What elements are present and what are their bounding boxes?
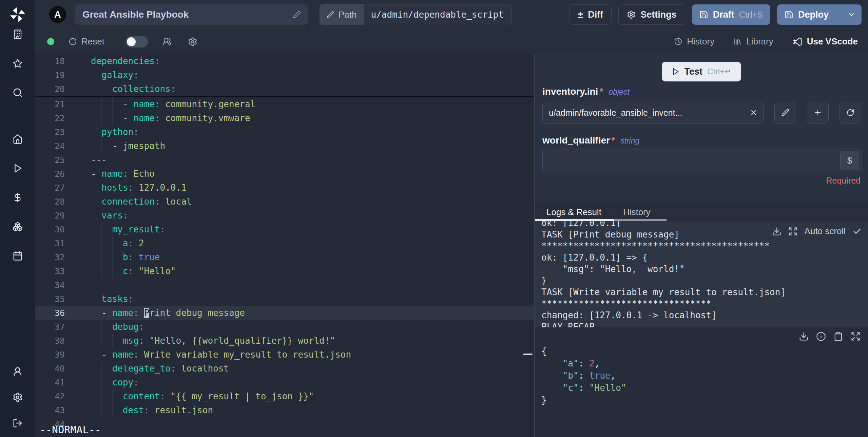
top-header: A Great Ansible Playbook Path u/admin/de…: [35, 0, 868, 29]
indent-guide: [101, 236, 102, 250]
sidebar-item-logout-icon[interactable]: [13, 418, 23, 428]
logs-panel[interactable]: Auto scroll ok: [127.0.0.1]TASK [Print d…: [535, 221, 868, 327]
check-icon[interactable]: [852, 227, 862, 236]
sidebar-item-star-icon[interactable]: [13, 58, 23, 69]
history-button[interactable]: History: [674, 36, 714, 47]
code-line-23[interactable]: 23 python:: [35, 125, 534, 139]
line-number: 22: [35, 111, 65, 125]
indent-guide: [91, 209, 91, 223]
sidebar-item-gear-icon[interactable]: [13, 392, 23, 402]
code-token: :: [128, 252, 139, 262]
code-line-31[interactable]: 31 a: 2: [35, 236, 534, 250]
code-line-32[interactable]: 32 b: true: [35, 250, 534, 264]
world-qualifier-textarea[interactable]: $: [542, 149, 862, 172]
sidebar-item-play-icon[interactable]: [13, 163, 23, 173]
line-number: 37: [35, 320, 65, 334]
diff-button[interactable]: ± Diff: [569, 4, 612, 25]
code-token: [91, 336, 123, 346]
edit-inventory-button[interactable]: [774, 102, 796, 124]
code-line-33[interactable]: 33 c: "Hello": [35, 264, 534, 278]
indent-guide: [91, 223, 91, 236]
result-panel[interactable]: { "a": 2, "b": true, "c": "Hello"}: [535, 327, 868, 437]
script-title-field[interactable]: Great Ansible Playbook: [75, 4, 308, 25]
sidebar-item-search-icon[interactable]: [13, 88, 23, 98]
clear-icon[interactable]: [750, 109, 758, 117]
settings-button[interactable]: Settings: [618, 4, 685, 25]
users-icon[interactable]: [162, 37, 172, 46]
variable-picker-button[interactable]: $: [840, 151, 859, 170]
code-token: [91, 210, 101, 221]
code-line-28[interactable]: 28 connection: local: [35, 195, 534, 209]
sidebar-item-boxes-icon[interactable]: [13, 222, 23, 232]
refresh-inventory-button[interactable]: [840, 102, 861, 124]
windmill-logo[interactable]: [0, 0, 35, 29]
code-line-39[interactable]: 39 - name: Write variable my_result to r…: [35, 348, 534, 362]
sidebar-item-home-icon[interactable]: [13, 134, 23, 144]
result-token: [541, 358, 563, 368]
code-token: [91, 308, 101, 318]
deploy-menu-button[interactable]: [841, 4, 862, 25]
tab-logs-result[interactable]: Logs & Result: [546, 207, 601, 217]
edit-title-pencil-icon[interactable]: [293, 11, 301, 19]
indent-guide: [91, 390, 91, 403]
code-line-35[interactable]: 35 tasks:: [35, 292, 534, 306]
code-line-20[interactable]: 20 collections:: [35, 82, 534, 96]
required-asterisk: *: [599, 86, 603, 97]
line-number: 36: [35, 306, 65, 320]
code-line-37[interactable]: 37 debug:: [35, 320, 534, 334]
code-line-42[interactable]: 42 content: "{{ my_result | to_json }}": [35, 390, 534, 403]
code-line-40[interactable]: 40 delegate_to: localhost: [35, 362, 534, 376]
code-token: dependencies: [91, 56, 155, 66]
active-tab-indicator: [535, 219, 614, 221]
code-token: [91, 70, 101, 80]
sidebar-item-building-icon[interactable]: [13, 29, 23, 39]
deploy-button[interactable]: Deploy: [777, 4, 836, 25]
sticky-scroll-lines: 18dependencies:19 galaxy:20 collections:: [35, 54, 534, 96]
path-value: u/admin/dependable_script: [364, 4, 511, 25]
divider-drag-handle[interactable]: [523, 354, 533, 355]
add-inventory-button[interactable]: [807, 102, 829, 124]
download-icon[interactable]: [799, 331, 809, 341]
code-line-41[interactable]: 41 copy:: [35, 376, 534, 390]
edit-path-pencil-icon: [327, 11, 334, 18]
code-line-19[interactable]: 19 galaxy:: [35, 68, 534, 82]
reset-button[interactable]: Reset: [69, 36, 104, 47]
library-button[interactable]: Library: [733, 36, 773, 47]
code-line-27[interactable]: 27 hosts: 127.0.0.1: [35, 181, 534, 195]
sidebar-item-dollar-icon[interactable]: [13, 192, 23, 203]
code-line-25[interactable]: 25---: [35, 153, 534, 167]
code-editor[interactable]: 18dependencies:19 galaxy:20 collections:…: [35, 54, 534, 437]
code-line-36[interactable]: 36 - name: Print debug message: [35, 306, 534, 320]
code-line-30[interactable]: 30 my_result:: [35, 223, 534, 236]
gear-icon[interactable]: [188, 37, 197, 46]
clipboard-icon[interactable]: [833, 331, 843, 341]
code-line-24[interactable]: 24 - jmespath: [35, 139, 534, 153]
sidebar-item-calendar-icon[interactable]: [13, 251, 23, 261]
code-line-44[interactable]: 44: [35, 417, 534, 431]
code-line-18[interactable]: 18dependencies:: [35, 54, 534, 68]
tab-history[interactable]: History: [623, 207, 651, 217]
code-line-34[interactable]: 34: [35, 278, 534, 292]
info-icon[interactable]: [816, 331, 826, 341]
code-line-22[interactable]: 22 - name: community.vmware: [35, 111, 534, 125]
mode-toggle[interactable]: [126, 36, 148, 48]
code-line-21[interactable]: 21 - name: community.general: [35, 97, 534, 111]
sidebar-item-user-icon[interactable]: [13, 366, 23, 377]
code-line-29[interactable]: 29 vars:: [35, 209, 534, 223]
expand-icon[interactable]: [851, 331, 861, 341]
code-line-43[interactable]: 43 dest: result.json: [35, 403, 534, 417]
inventory-resource-input[interactable]: u/admin/favorable_ansible_invent...: [542, 102, 764, 124]
code-line-38[interactable]: 38 msg: "Hello, {{world_qualifier}} worl…: [35, 334, 534, 348]
indent-guide: [101, 403, 102, 417]
draft-button[interactable]: Draft Ctrl+S: [692, 4, 770, 25]
code-line-26[interactable]: 26- name: Echo: [35, 167, 534, 181]
diff-label: Diff: [588, 10, 603, 20]
download-icon[interactable]: [772, 227, 782, 236]
main-content: 18dependencies:19 galaxy:20 collections:…: [35, 54, 868, 437]
result-tabbar: Logs & Result History: [535, 203, 868, 221]
code-token: a: [123, 238, 128, 248]
test-button[interactable]: Test Ctrl+↵: [662, 62, 741, 81]
expand-icon[interactable]: [788, 227, 798, 236]
path-widget[interactable]: Path u/admin/dependable_script: [320, 4, 512, 25]
use-vscode-button[interactable]: Use VScode: [792, 36, 858, 47]
